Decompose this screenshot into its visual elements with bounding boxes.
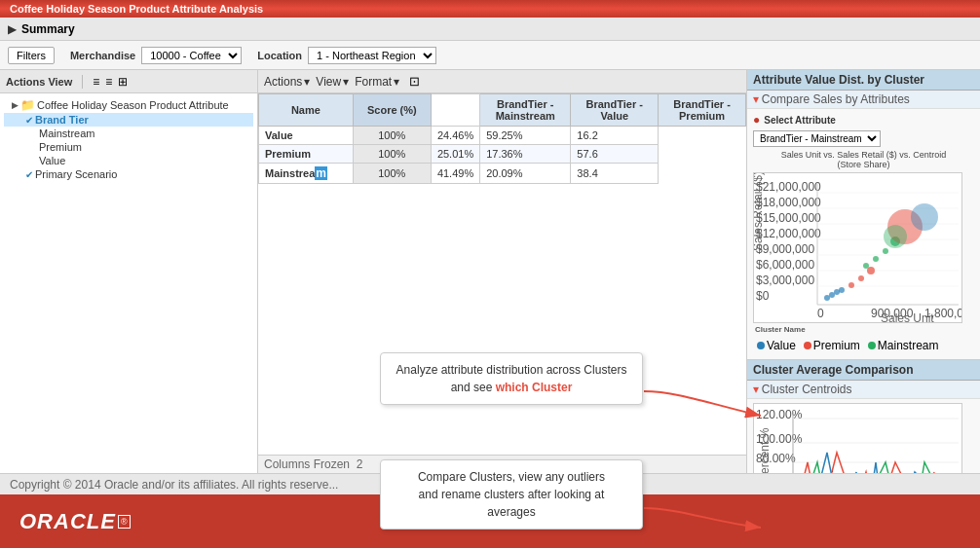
value-label: Value bbox=[39, 155, 65, 166]
row-value-bt-premium: 16.2 bbox=[571, 127, 659, 145]
legend-premium: Premium bbox=[804, 339, 860, 352]
svg-text:$12,000,000: $12,000,000 bbox=[756, 227, 821, 240]
location-select[interactable]: 1 - Northeast Region bbox=[308, 47, 436, 64]
brand-tier-label: Brand Tier bbox=[35, 114, 89, 126]
svg-text:$15,000,000: $15,000,000 bbox=[756, 211, 821, 225]
callout-compare-text: Compare Clusters, view any outliersand r… bbox=[418, 470, 605, 519]
svg-point-26 bbox=[867, 267, 875, 274]
merchandise-select[interactable]: 10000 - Coffee bbox=[141, 47, 242, 64]
svg-text:Sales Unit: Sales Unit bbox=[881, 311, 934, 323]
chart-panel: Attribute Value Dist. by Cluster ▾ Compa… bbox=[746, 70, 980, 473]
row-mainstream-bt-value: 20.09% bbox=[480, 164, 571, 184]
attribute-select[interactable]: BrandTier - Mainstream bbox=[753, 130, 881, 147]
table-row: Premium 100% 25.01% 17.36% 57.6 bbox=[259, 145, 746, 164]
tree-root-label: Coffee Holiday Season Product Attribute bbox=[37, 99, 229, 111]
tree-expand-icon: ▶ bbox=[12, 100, 19, 110]
expand-icon[interactable]: ▶ bbox=[8, 22, 17, 36]
actions-btn[interactable]: Actions ▾ bbox=[264, 75, 310, 89]
scatter-title: Sales Unit vs. Sales Retail ($) vs. Cent… bbox=[753, 150, 974, 169]
export-icon[interactable]: ⊞ bbox=[118, 75, 128, 89]
tree-item-brand-tier[interactable]: ✔ Brand Tier bbox=[4, 113, 253, 127]
cluster-svg: 120.00% 100.00% 80.00% 60.00% 40.00% 20.… bbox=[754, 404, 962, 473]
legend-value-label: Value bbox=[767, 339, 796, 352]
page-title: Coffee Holiday Season Product Attribute … bbox=[10, 3, 263, 15]
align-left-icon[interactable]: ≡ bbox=[93, 75, 99, 89]
premium-label: Premium bbox=[39, 141, 82, 153]
scatter-chart: $21,000,000 $18,000,000 $15,000,000 $12,… bbox=[753, 172, 962, 323]
location-label: Location bbox=[257, 50, 302, 61]
dropdown-icon-3: ▾ bbox=[394, 75, 399, 89]
separator bbox=[82, 75, 83, 89]
callout-analyze-text: Analyze attribute distribution across Cl… bbox=[396, 363, 627, 394]
table-row: Value 100% 24.46% 59.25% 16.2 bbox=[259, 127, 746, 145]
legend-premium-label: Premium bbox=[813, 339, 860, 352]
row-premium-bt-premium: 57.6 bbox=[571, 145, 659, 164]
col-score: Score (%) bbox=[353, 94, 431, 127]
legend-mainstream-dot bbox=[868, 342, 876, 349]
check-icon-2: ✔ bbox=[25, 169, 33, 180]
legend-premium-dot bbox=[804, 342, 811, 349]
tree-item-primary-scenario[interactable]: ✔ Primary Scenario bbox=[4, 167, 253, 181]
tree-item-premium[interactable]: Premium bbox=[4, 140, 253, 154]
tree-item-mainstream[interactable]: Mainstream bbox=[4, 127, 253, 140]
callout-compare: Compare Clusters, view any outliersand r… bbox=[380, 459, 643, 530]
table-toolbar: Actions ▾ View ▾ Format ▾ ⊡ bbox=[258, 70, 746, 93]
svg-point-23 bbox=[839, 287, 845, 293]
align-right-icon[interactable]: ≡ bbox=[105, 75, 112, 89]
row-mainstream-score: 100% bbox=[353, 164, 431, 184]
row-premium-score: 100% bbox=[353, 145, 431, 164]
cluster-chart-body: 120.00% 100.00% 80.00% 60.00% 40.00% 20.… bbox=[747, 399, 980, 473]
col-bt-premium: BrandTier -Premium bbox=[659, 94, 746, 127]
bullet-icon: ● bbox=[753, 113, 760, 127]
svg-text:Sales Retail ($): Sales Retail ($) bbox=[754, 173, 765, 251]
col-bt-mainstream: BrandTier -Mainstream bbox=[480, 94, 571, 127]
svg-point-27 bbox=[863, 263, 869, 269]
svg-text:$21,000,000: $21,000,000 bbox=[756, 180, 821, 194]
data-table: Name Score (%) BrandTier -Mainstream Bra… bbox=[258, 93, 746, 184]
folder-icon: 📁 bbox=[20, 98, 35, 112]
svg-text:$6,000,000: $6,000,000 bbox=[756, 258, 814, 272]
svg-point-24 bbox=[848, 282, 854, 288]
chart-subheader: ▾ Compare Sales by Attributes bbox=[747, 91, 980, 109]
tree-item-value[interactable]: Value bbox=[4, 154, 253, 167]
tree-container: ▶ 📁 Coffee Holiday Season Product Attrib… bbox=[0, 93, 257, 185]
row-mainstream-bt-premium: 38.4 bbox=[571, 164, 659, 184]
row-mainstream-bt-mainstream: 41.49% bbox=[431, 164, 479, 184]
scatter-svg: $21,000,000 $18,000,000 $15,000,000 $12,… bbox=[754, 173, 962, 323]
dropdown-icon-2: ▾ bbox=[343, 75, 349, 89]
svg-text:$0: $0 bbox=[756, 289, 770, 303]
chart-header: Attribute Value Dist. by Cluster bbox=[747, 70, 980, 91]
filters-tab[interactable]: Filters bbox=[8, 47, 55, 64]
format-btn[interactable]: Format ▾ bbox=[355, 75, 399, 89]
row-premium-bt-value: 17.36% bbox=[480, 145, 571, 164]
cluster-header: Cluster Average Comparison bbox=[747, 360, 980, 381]
svg-point-32 bbox=[911, 203, 938, 231]
summary-label: Summary bbox=[21, 22, 75, 36]
cluster-name-legend-header: Cluster Name bbox=[753, 323, 974, 336]
svg-text:$3,000,000: $3,000,000 bbox=[756, 274, 814, 287]
filters-bar: Filters Merchandise 10000 - Coffee Locat… bbox=[0, 41, 980, 70]
summary-bar: ▶ Summary bbox=[0, 18, 980, 41]
row-value-name: Value bbox=[259, 127, 354, 145]
table-icon[interactable]: ⊡ bbox=[409, 74, 420, 89]
row-premium-name: Premium bbox=[259, 145, 354, 164]
row-value-bt-value: 59.25% bbox=[480, 127, 571, 145]
svg-text:Percent %: Percent % bbox=[758, 427, 772, 473]
callout-arrow-1-svg bbox=[639, 357, 766, 425]
mainstream-label: Mainstream bbox=[39, 128, 94, 139]
legend-mainstream: Mainstream bbox=[868, 339, 939, 352]
legend-value-dot bbox=[757, 342, 765, 349]
table-row: Mainstream 100% 41.49% 20.09% 38.4 bbox=[259, 164, 746, 184]
view-btn[interactable]: View ▾ bbox=[316, 75, 349, 89]
svg-point-28 bbox=[873, 256, 879, 262]
legend-value: Value bbox=[757, 339, 796, 352]
svg-point-29 bbox=[883, 248, 888, 254]
actions-view-label: Actions View bbox=[6, 76, 72, 88]
top-header: Coffee Holiday Season Product Attribute … bbox=[0, 0, 980, 18]
row-value-score: 100% bbox=[353, 127, 431, 145]
left-toolbar: Actions View ≡ ≡ ⊞ bbox=[0, 70, 257, 93]
svg-point-25 bbox=[858, 275, 864, 281]
tree-root[interactable]: ▶ 📁 Coffee Holiday Season Product Attrib… bbox=[4, 97, 253, 113]
cluster-chart: 120.00% 100.00% 80.00% 60.00% 40.00% 20.… bbox=[753, 403, 962, 473]
svg-text:0: 0 bbox=[817, 307, 824, 320]
